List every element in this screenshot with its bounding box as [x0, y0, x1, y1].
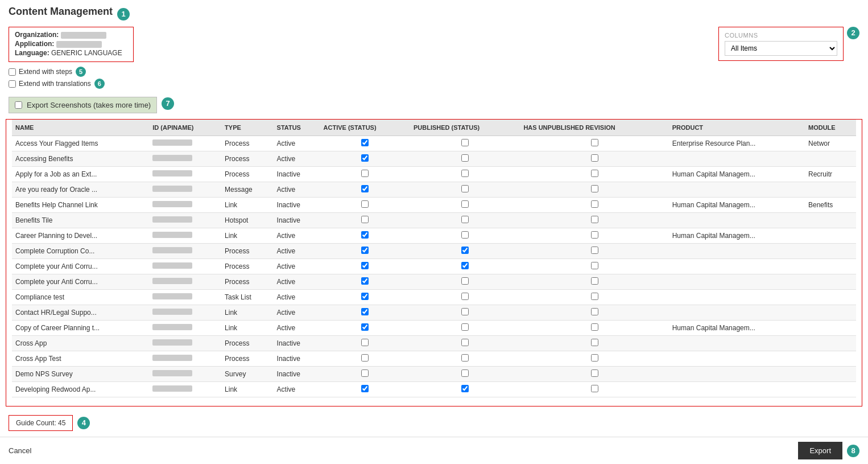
extend-steps-checkbox[interactable] — [9, 68, 16, 76]
export-button[interactable]: Export — [798, 442, 842, 459]
cell-name: Accessing Benefits — [12, 151, 149, 167]
active-checkbox[interactable] — [361, 385, 369, 392]
unpublished-checkbox[interactable] — [591, 385, 598, 392]
unpublished-checkbox[interactable] — [591, 293, 598, 300]
active-checkbox[interactable] — [361, 216, 369, 223]
columns-box: COLUMNS All Items Active Items Inactive … — [718, 27, 844, 61]
active-checkbox[interactable] — [361, 354, 369, 362]
cell-name: Are you ready for Oracle ... — [12, 182, 149, 198]
unpublished-checkbox[interactable] — [591, 170, 598, 177]
unpublished-checkbox[interactable] — [591, 277, 598, 285]
cell-id — [149, 213, 221, 228]
cell-module — [805, 367, 856, 382]
table-row: Cross App Test Process Inactive — [12, 351, 856, 367]
badge-6: 6 — [94, 79, 105, 89]
table-row: Compliance test Task List Active — [12, 290, 856, 305]
unpublished-checkbox[interactable] — [591, 216, 598, 223]
cell-published — [410, 213, 520, 228]
unpublished-checkbox[interactable] — [591, 154, 598, 162]
cell-active — [320, 182, 410, 198]
cell-module — [805, 305, 856, 321]
unpublished-checkbox[interactable] — [591, 185, 598, 192]
active-checkbox[interactable] — [361, 339, 369, 346]
cell-unpublished — [520, 259, 668, 274]
cell-status: Active — [274, 382, 320, 397]
cell-unpublished — [520, 244, 668, 259]
active-checkbox[interactable] — [361, 154, 369, 162]
cell-product — [669, 305, 805, 321]
active-checkbox[interactable] — [361, 277, 369, 285]
active-checkbox[interactable] — [361, 293, 369, 300]
unpublished-checkbox[interactable] — [591, 339, 598, 346]
table-row: Complete Corruption Co... Process Active — [12, 244, 856, 259]
published-checkbox[interactable] — [461, 200, 469, 208]
cell-name: Compliance test — [12, 290, 149, 305]
cell-module — [805, 290, 856, 305]
cell-module — [805, 182, 856, 198]
cell-type: Process — [221, 259, 274, 274]
published-checkbox[interactable] — [461, 154, 469, 162]
cell-unpublished — [520, 151, 668, 167]
active-checkbox[interactable] — [361, 308, 369, 315]
cell-product — [669, 336, 805, 351]
cancel-button[interactable]: Cancel — [9, 446, 31, 455]
cell-module — [805, 213, 856, 228]
cell-id — [149, 336, 221, 351]
unpublished-checkbox[interactable] — [591, 323, 598, 331]
extend-translations-checkbox[interactable] — [9, 80, 16, 88]
table-row: Contact HR/Legal Suppo... Link Active — [12, 305, 856, 321]
published-checkbox[interactable] — [461, 170, 469, 177]
cell-type: Hotspot — [221, 213, 274, 228]
cell-id — [149, 305, 221, 321]
header-row: Organization: Application: Language: GEN… — [9, 27, 859, 91]
published-checkbox[interactable] — [461, 354, 469, 362]
published-checkbox[interactable] — [461, 277, 469, 285]
cell-product — [669, 274, 805, 290]
unpublished-checkbox[interactable] — [591, 369, 598, 377]
active-checkbox[interactable] — [361, 323, 369, 331]
active-checkbox[interactable] — [361, 200, 369, 208]
unpublished-checkbox[interactable] — [591, 247, 598, 254]
col-published: PUBLISHED (STATUS) — [410, 120, 520, 136]
cell-status: Active — [274, 274, 320, 290]
unpublished-checkbox[interactable] — [591, 200, 598, 208]
published-checkbox[interactable] — [461, 139, 469, 146]
checkboxes-section: Extend with steps 5 Extend with translat… — [9, 67, 134, 91]
cell-name: Developing Redwood Ap... — [12, 382, 149, 397]
active-checkbox[interactable] — [361, 170, 369, 177]
unpublished-checkbox[interactable] — [591, 354, 598, 362]
published-checkbox[interactable] — [461, 216, 469, 223]
active-checkbox[interactable] — [361, 231, 369, 239]
header-section: Content Management 1 Organization: Appli… — [0, 0, 868, 116]
col-status: STATUS — [274, 120, 320, 136]
published-checkbox[interactable] — [461, 185, 469, 192]
published-checkbox[interactable] — [461, 247, 469, 254]
active-checkbox[interactable] — [361, 247, 369, 254]
cell-unpublished — [520, 382, 668, 397]
unpublished-checkbox[interactable] — [591, 308, 598, 315]
cell-type: Process — [221, 274, 274, 290]
published-checkbox[interactable] — [461, 339, 469, 346]
active-checkbox[interactable] — [361, 262, 369, 269]
cell-unpublished — [520, 367, 668, 382]
active-checkbox[interactable] — [361, 139, 369, 146]
published-checkbox[interactable] — [461, 385, 469, 392]
published-checkbox[interactable] — [461, 323, 469, 331]
guide-count-box: Guide Count: 45 — [9, 415, 73, 431]
active-checkbox[interactable] — [361, 369, 369, 377]
cell-type: Link — [221, 198, 274, 213]
published-checkbox[interactable] — [461, 231, 469, 239]
published-checkbox[interactable] — [461, 369, 469, 377]
badge-5: 5 — [76, 67, 86, 77]
columns-select[interactable]: All Items Active Items Inactive Items — [725, 41, 837, 56]
published-checkbox[interactable] — [461, 262, 469, 269]
published-checkbox[interactable] — [461, 293, 469, 300]
export-screenshots-checkbox[interactable] — [15, 101, 22, 109]
unpublished-checkbox[interactable] — [591, 139, 598, 146]
unpublished-checkbox[interactable] — [591, 262, 598, 269]
active-checkbox[interactable] — [361, 185, 369, 192]
cell-status: Active — [274, 305, 320, 321]
published-checkbox[interactable] — [461, 308, 469, 315]
unpublished-checkbox[interactable] — [591, 231, 598, 239]
export-screenshots-row: Export Screenshots (takes more time) — [9, 97, 157, 113]
